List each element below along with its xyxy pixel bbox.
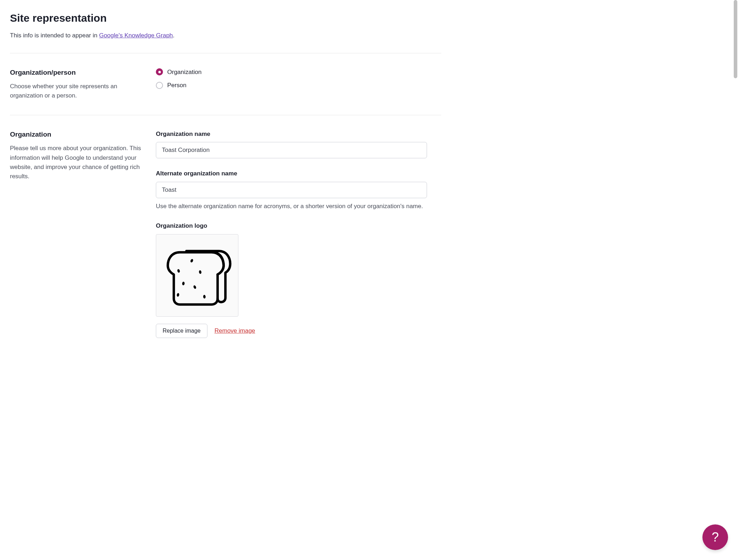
- alt-name-label: Alternate organization name: [156, 169, 427, 178]
- radio-organization[interactable]: Organization: [156, 68, 427, 77]
- remove-image-link[interactable]: Remove image: [215, 326, 255, 336]
- scrollbar: [733, 0, 738, 363]
- radio-person-label: Person: [167, 81, 186, 90]
- toast-icon: [161, 239, 233, 311]
- logo-preview: [156, 234, 238, 317]
- org-person-heading: Organization/person: [10, 68, 145, 78]
- radio-selected-icon: [156, 68, 163, 75]
- organization-description: Please tell us more about your organizat…: [10, 144, 145, 181]
- intro-suffix: .: [173, 32, 175, 39]
- intro-text: This info is intended to appear in Googl…: [10, 31, 441, 40]
- org-name-input[interactable]: [156, 142, 427, 158]
- image-actions: Replace image Remove image: [156, 324, 427, 338]
- logo-label: Organization logo: [156, 221, 427, 231]
- organization-heading: Organization: [10, 130, 145, 140]
- scrollbar-thumb[interactable]: [734, 0, 737, 78]
- organization-section: Organization Please tell us more about y…: [10, 115, 441, 363]
- organization-left: Organization Please tell us more about y…: [10, 130, 156, 349]
- logo-field: Organization logo: [156, 221, 427, 338]
- radio-unselected-icon: [156, 82, 163, 89]
- knowledge-graph-link[interactable]: Google's Knowledge Graph: [99, 32, 173, 39]
- replace-image-button[interactable]: Replace image: [156, 324, 207, 338]
- alt-name-help: Use the alternate organization name for …: [156, 202, 427, 211]
- header-section: Site representation This info is intende…: [10, 10, 441, 53]
- org-person-left: Organization/person Choose whether your …: [10, 68, 156, 101]
- organization-right: Organization name Alternate organization…: [156, 130, 441, 349]
- page-title: Site representation: [10, 10, 441, 26]
- radio-person[interactable]: Person: [156, 81, 427, 90]
- alt-name-input[interactable]: [156, 182, 427, 198]
- intro-prefix: This info is intended to appear in: [10, 32, 99, 39]
- alt-name-field: Alternate organization name Use the alte…: [156, 169, 427, 211]
- org-person-description: Choose whether your site represents an o…: [10, 82, 145, 101]
- org-person-section: Organization/person Choose whether your …: [10, 53, 441, 115]
- org-person-right: Organization Person: [156, 68, 441, 101]
- org-name-field: Organization name: [156, 130, 427, 159]
- radio-organization-label: Organization: [167, 68, 201, 77]
- org-name-label: Organization name: [156, 130, 427, 139]
